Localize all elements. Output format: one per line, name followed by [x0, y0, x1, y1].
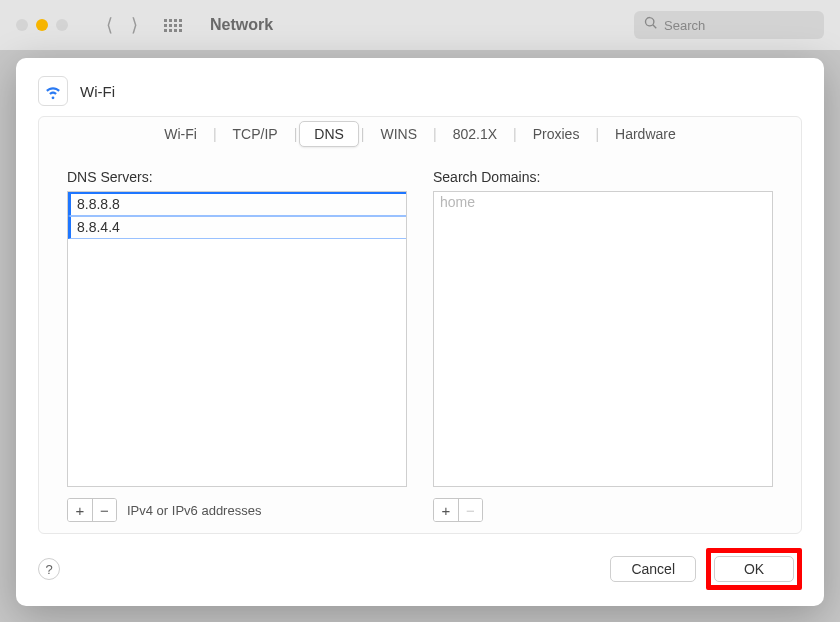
window-title: Network [210, 16, 273, 34]
traffic-lights [16, 19, 68, 31]
search-domains-pane: Search Domains: home + − [433, 169, 773, 523]
titlebar: ⟨ ⟩ Network Search [0, 0, 840, 50]
add-remove-group: + − [67, 498, 117, 522]
search-domains-list[interactable]: home [433, 191, 773, 487]
search-domain-placeholder: home [434, 192, 772, 212]
tab-separator: | [292, 126, 300, 142]
dns-servers-list[interactable]: 8.8.8.8 8.8.4.4 [67, 191, 407, 487]
ok-highlight: OK [706, 548, 802, 590]
add-dns-button[interactable]: + [68, 499, 92, 521]
add-domain-button[interactable]: + [434, 499, 458, 521]
forward-button[interactable]: ⟩ [131, 14, 138, 36]
tab-wins[interactable]: WINS [367, 122, 432, 146]
search-icon [644, 16, 658, 34]
dns-servers-footer: + − IPv4 or IPv6 addresses [67, 497, 407, 523]
remove-dns-button[interactable]: − [92, 499, 116, 521]
nav-arrows: ⟨ ⟩ [106, 14, 138, 36]
help-button[interactable]: ? [38, 558, 60, 580]
search-domains-footer: + − [433, 497, 773, 523]
panes: DNS Servers: 8.8.8.8 8.8.4.4 + − IPv4 or… [39, 151, 801, 533]
dns-hint: IPv4 or IPv6 addresses [127, 503, 261, 518]
add-remove-group: + − [433, 498, 483, 522]
tab-hardware[interactable]: Hardware [601, 122, 690, 146]
tab-separator: | [211, 126, 219, 142]
tab-separator: | [431, 126, 439, 142]
search-placeholder: Search [664, 18, 705, 33]
remove-domain-button: − [458, 499, 482, 521]
tab-separator: | [511, 126, 519, 142]
zoom-window-button[interactable] [56, 19, 68, 31]
back-button[interactable]: ⟨ [106, 14, 113, 36]
list-item[interactable]: 8.8.4.4 [68, 216, 406, 239]
tab-dns[interactable]: DNS [299, 121, 359, 147]
sheet-footer: ? Cancel OK [38, 548, 802, 590]
sheet-header: Wi-Fi [38, 76, 802, 106]
tab-separator: | [359, 126, 367, 142]
list-item[interactable]: 8.8.8.8 [68, 192, 406, 216]
cancel-button[interactable]: Cancel [610, 556, 696, 582]
tab-separator: | [593, 126, 601, 142]
tab-proxies[interactable]: Proxies [519, 122, 594, 146]
wifi-icon [38, 76, 68, 106]
dns-servers-pane: DNS Servers: 8.8.8.8 8.8.4.4 + − IPv4 or… [67, 169, 407, 523]
show-all-icon[interactable] [164, 19, 182, 32]
search-input[interactable]: Search [634, 11, 824, 39]
ok-button[interactable]: OK [714, 556, 794, 582]
close-window-button[interactable] [16, 19, 28, 31]
tab-wifi[interactable]: Wi-Fi [150, 122, 211, 146]
search-domains-label: Search Domains: [433, 169, 773, 185]
settings-sheet: Wi-Fi Wi-Fi | TCP/IP | DNS | WINS | 802.… [16, 58, 824, 606]
tabs-row: Wi-Fi | TCP/IP | DNS | WINS | 802.1X | P… [39, 117, 801, 151]
minimize-window-button[interactable] [36, 19, 48, 31]
tab-8021x[interactable]: 802.1X [439, 122, 511, 146]
tab-area: Wi-Fi | TCP/IP | DNS | WINS | 802.1X | P… [38, 116, 802, 534]
dns-servers-label: DNS Servers: [67, 169, 407, 185]
sheet-title: Wi-Fi [80, 83, 115, 100]
tab-tcpip[interactable]: TCP/IP [219, 122, 292, 146]
